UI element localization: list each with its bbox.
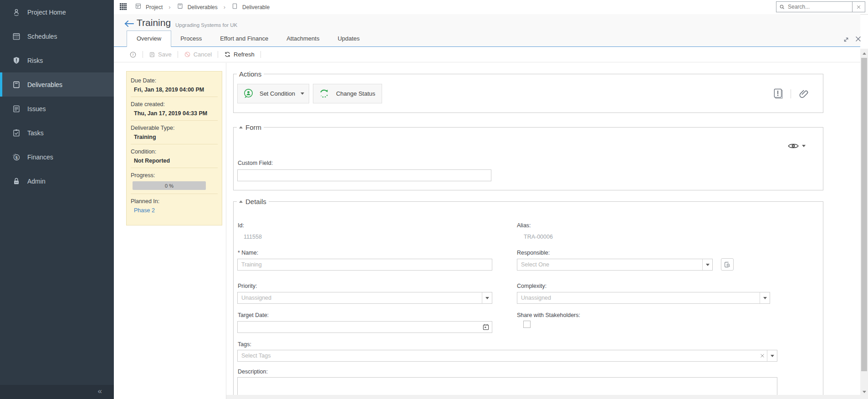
priority-label: Priority: [238, 283, 257, 289]
sidebar-item-label: Admin [27, 178, 46, 185]
summary-field-condition: Condition: Not Reported [131, 148, 218, 164]
custom-field-input[interactable] [237, 169, 491, 181]
sidebar-item-risks[interactable]: Risks [0, 48, 114, 72]
toolbar-separator [260, 51, 261, 58]
sidebar-item-project-home[interactable]: Project Home [0, 0, 114, 24]
chevron-right-icon: › [168, 4, 170, 10]
tab-updates[interactable]: Updates [328, 31, 368, 46]
sidebar-item-schedules[interactable]: Schedules [0, 24, 114, 48]
scrollbar-thumb[interactable] [861, 58, 867, 371]
set-condition-button[interactable]: Set Condition [237, 84, 309, 103]
page-subtitle: Upgrading Systems for UK [175, 22, 237, 28]
search-input[interactable] [785, 4, 852, 10]
details-section: Details Id: 111558 Alias: TRA-00006 * Na… [233, 198, 823, 399]
cancel-button[interactable]: Cancel [184, 51, 212, 58]
chevron-down-icon [301, 92, 304, 95]
priority-select[interactable]: Unassigned [237, 292, 492, 304]
collapse-sidebar-icon[interactable]: « [98, 387, 102, 396]
calendar-icon [12, 32, 21, 41]
deliverable-page: Project Home Schedules Risks [0, 0, 868, 399]
chevron-down-icon[interactable] [702, 259, 712, 270]
close-icon[interactable] [854, 35, 862, 45]
field-label: Planned In: [131, 198, 218, 205]
share-with-stakeholders-checkbox[interactable] [523, 321, 531, 328]
form-legend: Form [245, 123, 261, 131]
breadcrumb-item-project[interactable]: Project [146, 4, 163, 10]
tab-overview[interactable]: Overview [127, 31, 171, 47]
collapse-icon[interactable] [239, 200, 243, 203]
change-status-label: Change Status [330, 90, 382, 97]
breadcrumb: Project › Deliverables › Deliverable [135, 0, 270, 14]
scroll-down-icon[interactable] [860, 388, 868, 395]
expand-icon[interactable] [842, 36, 850, 45]
tab-attachments[interactable]: Attachments [277, 31, 328, 46]
chevron-down-icon[interactable] [767, 350, 777, 361]
sidebar-item-label: Deliverables [27, 81, 62, 88]
shield-exclamation-icon [12, 56, 21, 65]
tab-bar: Overview Process Effort and Finance Atta… [127, 31, 369, 46]
planned-in-link[interactable]: Phase 2 [131, 207, 218, 214]
toolbar: ? Save Cancel [114, 47, 860, 62]
sidebar-footer: « [0, 385, 114, 399]
sidebar-item-deliverables[interactable]: Deliverables [0, 72, 114, 97]
chevron-down-icon[interactable] [760, 292, 770, 303]
field-value: Not Reported [131, 158, 218, 164]
responsible-lookup-button[interactable] [721, 258, 734, 271]
chevron-down-icon[interactable] [482, 292, 492, 303]
summary-field-date-created: Date created: Thu, Jan 17, 2019 04:33 PM [131, 101, 218, 117]
breadcrumb-bar: Project › Deliverables › Deliverable [114, 0, 868, 15]
clipboard-icon [12, 80, 21, 89]
clipboard-check-icon [12, 128, 21, 138]
field-value: Training [131, 134, 218, 140]
separator [791, 89, 791, 98]
change-status-button[interactable]: Change Status [313, 84, 382, 103]
clipboard-icon [177, 3, 184, 11]
id-value: 111558 [244, 234, 262, 240]
save-label: Save [158, 51, 172, 58]
id-label: Id: [238, 222, 244, 229]
summary-field-deliverable-type: Deliverable Type: Training [131, 125, 218, 140]
vertical-scrollbar[interactable] [860, 49, 868, 399]
refresh-button[interactable]: Refresh [224, 51, 255, 58]
visibility-menu-button[interactable] [788, 143, 806, 149]
back-arrow-icon[interactable] [123, 19, 134, 30]
collapse-icon[interactable] [239, 126, 243, 128]
responsible-select[interactable]: Select One [517, 259, 713, 271]
save-button[interactable]: Save [149, 51, 172, 58]
set-condition-label: Set Condition [254, 90, 301, 97]
name-input[interactable]: Training [237, 259, 492, 271]
form-icon [135, 3, 142, 11]
chevron-down-icon [802, 145, 806, 147]
complexity-select[interactable]: Unassigned [517, 292, 770, 304]
tab-effort-and-finance[interactable]: Effort and Finance [211, 31, 277, 46]
clear-tags-icon[interactable] [760, 353, 765, 358]
breadcrumb-item-deliverables[interactable]: Deliverables [188, 4, 218, 10]
name-label: * Name: [238, 250, 258, 256]
sidebar-item-finances[interactable]: $ Finances [0, 145, 114, 169]
sidebar-item-tasks[interactable]: Tasks [0, 121, 114, 145]
note-exclamation-icon[interactable] [773, 88, 784, 100]
tab-process[interactable]: Process [171, 31, 211, 46]
divider [131, 97, 218, 97]
form-area: Actions Set Condition [226, 63, 860, 399]
sidebar-item-admin[interactable]: Admin [0, 169, 114, 193]
field-value: Thu, Jan 17, 2019 04:33 PM [131, 110, 218, 117]
refresh-icon [224, 51, 231, 58]
toolbar-separator [178, 51, 178, 58]
breadcrumb-item-deliverable[interactable]: Deliverable [242, 4, 270, 10]
scroll-up-icon[interactable] [860, 50, 868, 57]
progress-bar: 0 % [133, 181, 206, 190]
app-launcher-icon[interactable] [120, 3, 127, 10]
sidebar-item-issues[interactable]: Issues [0, 97, 114, 121]
person-bubble-icon [243, 88, 254, 99]
help-icon[interactable]: ? [129, 51, 137, 58]
paperclip-icon[interactable] [798, 88, 809, 100]
sidebar-item-label: Issues [27, 105, 46, 113]
target-date-input[interactable] [237, 321, 492, 333]
clear-search-icon[interactable] [852, 2, 865, 12]
complexity-value: Unassigned [521, 295, 551, 301]
page-title: Training [137, 17, 171, 28]
calendar-icon[interactable] [482, 323, 490, 331]
tags-input[interactable]: Select Tags [237, 350, 777, 362]
tags-placeholder: Select Tags [241, 353, 271, 359]
